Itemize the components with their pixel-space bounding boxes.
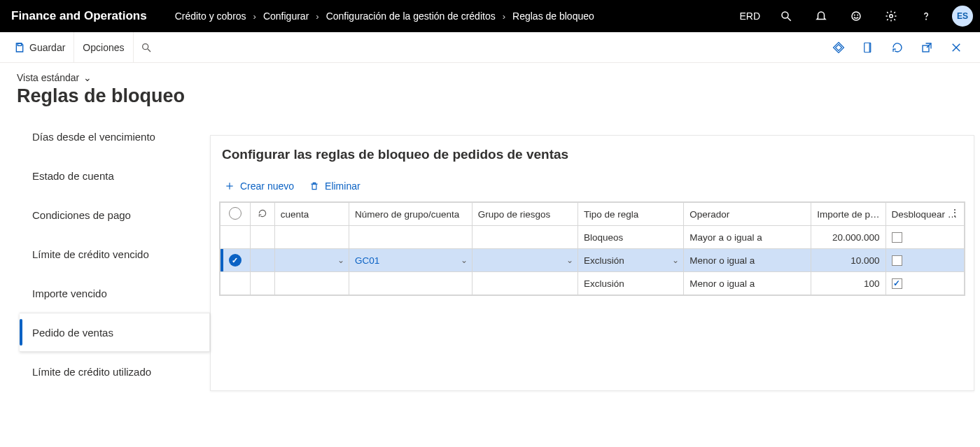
nav-expired-limit[interactable]: Límite de crédito vencido [20,234,210,274]
options-button[interactable]: Opciones [74,32,133,63]
table-row[interactable]: Bloqueos Mayor a o igual a 20.000.000 [220,226,965,249]
col-group[interactable]: Número de grupo/cuenta [349,203,472,226]
breadcrumb-credit[interactable]: Crédito y cobros [175,10,246,22]
chevron-down-icon[interactable]: ⌄ [337,255,344,265]
action-bar-search[interactable] [134,42,152,53]
row-risk[interactable]: ⌄ [472,249,578,272]
svg-line-9 [148,49,150,52]
nav-payment-terms[interactable]: Condiciones de pago [20,195,210,234]
table-row[interactable]: ⌄ GC01⌄ ⌄ Exclusión⌄ Menor o igual a 10.… [220,249,965,272]
content-card: Configurar las reglas de bloqueo de pedi… [210,135,974,391]
table-row[interactable]: Exclusión Menor o igual a 100 [220,272,965,295]
row-amount[interactable]: 10.000 [811,249,886,272]
close-icon[interactable] [944,35,969,60]
popout-icon[interactable] [914,35,939,60]
row-rule-type[interactable]: Exclusión⌄ [578,249,684,272]
row-unblock[interactable] [886,249,964,272]
col-rule-type[interactable]: Tipo de regla [578,203,684,226]
breadcrumb-creditmgmt[interactable]: Configuración de la gestión de créditos [326,10,496,22]
nav-account-status[interactable]: Estado de cuenta [20,156,210,195]
row-account[interactable] [274,226,349,249]
page-title: Reglas de bloqueo [17,85,980,107]
view-selector[interactable]: Vista estándar ⌄ [17,72,92,83]
nav-credit-used[interactable]: Límite de crédito utilizado [20,352,210,391]
view-label: Vista estándar [17,72,79,83]
col-operator[interactable]: Operador [684,203,811,226]
chevron-down-icon: ⌄ [83,72,92,83]
nav-sales-order[interactable]: Pedido de ventas [20,313,210,352]
row-unblock[interactable] [886,272,964,295]
entity-label[interactable]: ERD [735,10,764,22]
row-operator[interactable]: Mayor a o igual a [684,226,811,249]
delete-label: Eliminar [325,180,360,192]
row-risk[interactable] [472,226,578,249]
svg-line-1 [788,17,791,21]
chevron-down-icon[interactable]: ⌄ [566,255,573,265]
save-label: Guardar [29,42,65,53]
row-operator[interactable]: Menor o igual a [684,249,811,272]
card-toolbar: Crear nuevo Eliminar [225,180,965,192]
delete-button[interactable]: Eliminar [309,180,360,192]
row-refresh[interactable] [250,272,274,295]
row-refresh[interactable] [250,226,274,249]
row-rule-type[interactable]: Bloqueos [578,226,684,249]
svg-point-4 [858,15,858,15]
row-select[interactable] [220,226,251,249]
chevron-right-icon: › [316,11,318,22]
row-risk[interactable] [472,272,578,295]
save-button[interactable]: Guardar [6,32,74,63]
row-refresh[interactable] [250,249,274,272]
row-operator[interactable]: Menor o igual a [684,272,811,295]
action-bar-right [826,35,974,60]
action-bar: Guardar Opciones [0,32,980,63]
attach-icon[interactable] [855,35,881,60]
top-right: ERD ES [735,0,980,32]
col-amount[interactable]: Importe de pe... [811,203,886,226]
nav-overdue-amount[interactable]: Importe vencido [20,274,210,313]
row-unblock[interactable] [886,226,964,249]
diamond-icon[interactable] [826,35,851,60]
breadcrumb-config[interactable]: Configurar [263,10,309,22]
kebab-icon[interactable]: ⋮ [950,207,960,218]
row-select[interactable] [220,272,251,295]
left-nav: Días desde el vencimiento Estado de cuen… [0,114,210,391]
svg-point-0 [782,12,788,18]
row-select[interactable] [220,249,251,272]
row-amount[interactable]: 20.000.000 [811,226,886,249]
refresh-icon[interactable] [885,35,910,60]
create-label: Crear nuevo [240,180,294,192]
chevron-down-icon[interactable]: ⌄ [672,255,679,265]
create-button[interactable]: Crear nuevo [225,180,294,192]
svg-rect-7 [18,43,21,45]
work-area: Días desde el vencimiento Estado de cuen… [0,114,980,391]
card-title: Configurar las reglas de bloqueo de pedi… [219,147,965,162]
row-account[interactable] [274,272,349,295]
row-account[interactable]: ⌄ [274,249,349,272]
row-rule-type[interactable]: Exclusión [578,272,684,295]
rules-grid: cuenta Número de grupo/cuenta Grupo de r… [219,201,965,296]
avatar[interactable]: ES [952,6,973,27]
row-amount[interactable]: 100 [811,272,886,295]
search-icon[interactable] [773,0,799,32]
options-label: Opciones [83,42,124,53]
gear-icon[interactable] [878,0,904,32]
col-select[interactable] [220,203,251,226]
breadcrumbs: Crédito y cobros › Configurar › Configur… [175,10,736,22]
nav-due-days[interactable]: Días desde el vencimiento [20,117,210,156]
chevron-right-icon: › [253,11,256,22]
bell-icon[interactable] [808,0,834,32]
row-group[interactable] [349,272,472,295]
col-refresh[interactable] [250,203,274,226]
row-group[interactable]: GC01⌄ [349,249,472,272]
chevron-right-icon: › [503,11,505,22]
col-unblock[interactable]: Desbloquear p... ⋮ [886,203,964,226]
svg-point-2 [852,12,860,20]
col-risk[interactable]: Grupo de riesgos [472,203,578,226]
breadcrumb-blocking[interactable]: Reglas de bloqueo [512,10,594,22]
col-account[interactable]: cuenta [274,203,349,226]
row-group[interactable] [349,226,472,249]
help-icon[interactable] [913,0,939,32]
chevron-down-icon[interactable]: ⌄ [461,255,468,265]
smile-icon[interactable] [843,0,869,32]
svg-point-5 [890,15,893,18]
